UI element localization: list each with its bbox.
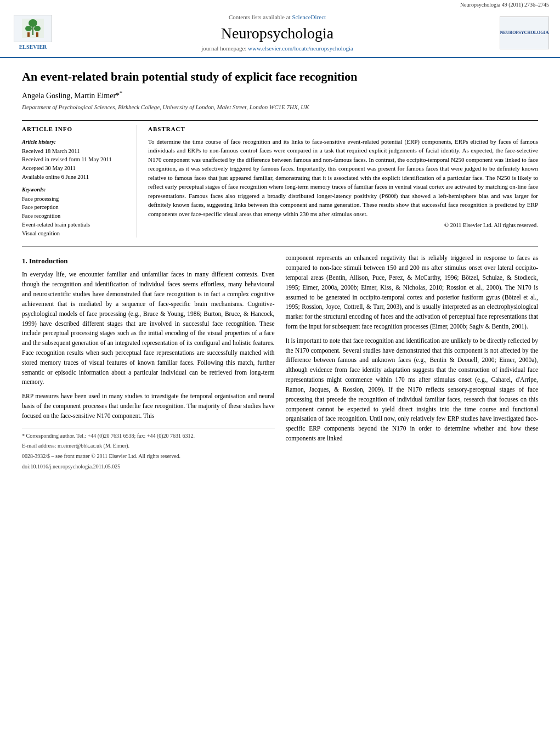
svg-point-3 xyxy=(25,26,32,31)
keyword-1: Face processing xyxy=(22,195,130,203)
journal-citation: Neuropsychologia 49 (2011) 2736–2745 xyxy=(460,2,549,8)
article-title: An event-related brain potential study o… xyxy=(22,69,538,85)
journal-header: ELSEVIER Contents lists available at Sci… xyxy=(0,9,560,58)
keyword-5: Visual cognition xyxy=(22,229,130,238)
copyright-line: © 2011 Elsevier Ltd. All rights reserved… xyxy=(148,222,538,230)
doi-line: doi:10.1016/j.neuropsychologia.2011.05.0… xyxy=(22,462,275,471)
article-info-heading: Article Info xyxy=(22,125,130,133)
elsevier-logo: ELSEVIER xyxy=(11,15,55,51)
revised-date: Received in revised form 11 May 2011 xyxy=(22,155,130,164)
right-paragraph-1: component represents an enhanced negativ… xyxy=(286,253,539,332)
neuropsycho-logo-text: NEUROPSYCHOLOGIA xyxy=(500,30,549,36)
corresponding-footnote: * Corresponding author. Tel.: +44 (0)20 … xyxy=(22,432,275,440)
intro-heading: 1. Introduction xyxy=(22,256,275,267)
email-footnote: E-mail address: m.eimer@bbk.ac.uk (M. Ei… xyxy=(22,442,275,450)
svg-rect-5 xyxy=(27,32,30,37)
elsevier-logo-box xyxy=(14,15,52,42)
neuropsycho-logo: NEUROPSYCHOLOGIA xyxy=(500,16,549,49)
elsevier-text: ELSEVIER xyxy=(19,43,47,51)
keyword-3: Face recognition xyxy=(22,212,130,220)
corresponding-mark: * xyxy=(120,90,122,96)
accepted-date: Accepted 30 May 2011 xyxy=(22,164,130,173)
svg-point-2 xyxy=(29,19,37,27)
keywords-label: Keywords: xyxy=(22,186,130,194)
authors: Angela Gosling, Martin Eimer* xyxy=(22,91,120,99)
journal-header-center: Contents lists available at ScienceDirec… xyxy=(55,13,500,53)
journal-title: Neuropsychologia xyxy=(55,22,500,44)
abstract-heading: Abstract xyxy=(148,125,538,133)
history-label: Article history: xyxy=(22,138,130,146)
intro-paragraph-1: In everyday life, we encounter familiar … xyxy=(22,270,275,387)
body-content: 1. Introduction In everyday life, we enc… xyxy=(22,253,538,472)
intro-paragraph-2: ERP measures have been used in many stud… xyxy=(22,392,275,421)
body-right-col: component represents an enhanced negativ… xyxy=(286,253,539,472)
received-date: Received 18 March 2011 xyxy=(22,147,130,156)
journal-homepage-link[interactable]: www.elsevier.com/locate/neuropsychologia xyxy=(248,45,353,52)
keyword-4: Event-related brain potentials xyxy=(22,220,130,229)
homepage-line: journal homepage: www.elsevier.com/locat… xyxy=(55,44,500,53)
abstract-panel: Abstract To determine the time course of… xyxy=(148,125,538,237)
right-paragraph-2: It is important to note that face recogn… xyxy=(286,336,539,444)
svg-point-4 xyxy=(34,26,41,31)
keyword-2: Face perception xyxy=(22,203,130,212)
sciencedirect-link[interactable]: ScienceDirect xyxy=(292,14,326,20)
body-divider xyxy=(22,246,538,247)
journal-ref-bar: Neuropsychologia 49 (2011) 2736–2745 xyxy=(0,0,560,9)
article-container: An event-related brain potential study o… xyxy=(0,58,560,484)
affiliation: Department of Psychological Sciences, Bi… xyxy=(22,103,538,111)
authors-line: Angela Gosling, Martin Eimer** xyxy=(22,89,538,101)
abstract-text: To determine the time course of face rec… xyxy=(148,137,538,219)
keywords-list: Face processing Face perception Face rec… xyxy=(22,195,130,238)
body-left-col: 1. Introduction In everyday life, we enc… xyxy=(22,253,275,472)
online-date: Available online 6 June 2011 xyxy=(22,173,130,182)
issn-line: 0028-3932/$ – see front matter © 2011 El… xyxy=(22,452,275,461)
info-abstract-section: Article Info Article history: Received 1… xyxy=(22,120,538,237)
footnotes: * Corresponding author. Tel.: +44 (0)20 … xyxy=(22,428,275,471)
contents-available-line: Contents lists available at ScienceDirec… xyxy=(55,13,500,21)
svg-rect-6 xyxy=(36,32,38,37)
article-info-panel: Article Info Article history: Received 1… xyxy=(22,125,137,237)
